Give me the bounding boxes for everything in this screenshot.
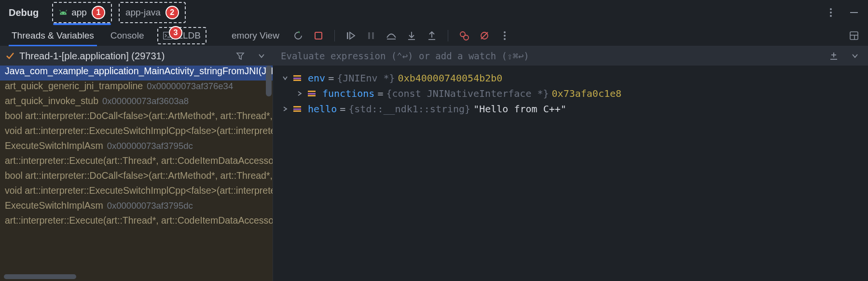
callout-badge-2: 2	[165, 6, 179, 19]
config-tab-app[interactable]: app 1	[52, 2, 112, 23]
svg-line-3	[66, 10, 67, 12]
struct-icon	[293, 106, 301, 112]
svg-rect-13	[372, 32, 374, 39]
dropdown-icon[interactable]	[256, 51, 267, 61]
variable-type: {JNIEnv *}	[337, 70, 395, 86]
android-icon	[59, 9, 68, 16]
variable-name: functions	[322, 86, 374, 101]
chevron-right-icon[interactable]	[296, 91, 303, 96]
sub-tab-lldb[interactable]: LLDB	[157, 27, 207, 44]
step-out-icon[interactable]	[427, 30, 437, 41]
step-over-icon[interactable]	[386, 30, 397, 41]
variable-name: env	[308, 70, 325, 86]
frame-row[interactable]: art_quick_generic_jni_trampoline0x000000…	[0, 80, 273, 95]
pause-icon	[366, 30, 376, 41]
variable-name: hello	[308, 101, 337, 117]
variable-value: 0x73afa0c1e8	[552, 86, 622, 101]
variable-row[interactable]: env = {JNIEnv *} 0xb40000740054b2b0	[282, 70, 859, 86]
overflow-icon[interactable]	[499, 30, 510, 41]
check-icon	[6, 52, 14, 60]
svg-point-0	[61, 13, 62, 14]
svg-point-20	[464, 35, 468, 40]
variables-tree[interactable]: env = {JNIEnv *} 0xb40000740054b2b0funct…	[273, 66, 868, 281]
watch-dropdown-icon[interactable]	[850, 51, 860, 61]
sub-tab-threads[interactable]: Threads & Variables	[9, 25, 97, 46]
struct-icon	[308, 91, 316, 96]
chevron-down-icon[interactable]	[282, 76, 289, 80]
variable-row[interactable]: hello = {std::__ndk1::string} "Hello fro…	[282, 101, 859, 117]
frame-row[interactable]: art_quick_invoke_stub0x00000073af3603a8	[0, 95, 273, 110]
sub-tab-console[interactable]: Console	[108, 25, 147, 46]
more-icon[interactable]	[826, 7, 836, 18]
svg-point-5	[830, 12, 832, 13]
svg-rect-12	[368, 32, 370, 39]
frame-row[interactable]: void art::interpreter::ExecuteSwitchImpl…	[0, 125, 273, 140]
variable-row[interactable]: functions = {const JNINativeInterface *}…	[282, 86, 859, 101]
svg-rect-7	[850, 12, 858, 13]
stop-icon[interactable]	[313, 30, 324, 41]
horizontal-scrollbar[interactable]	[4, 274, 76, 279]
layout-settings-icon[interactable]	[849, 30, 859, 41]
svg-point-25	[504, 38, 506, 40]
panel-title: Debug	[9, 7, 39, 18]
svg-point-24	[504, 35, 506, 37]
view-breakpoints-icon[interactable]	[459, 30, 469, 41]
frame-row[interactable]: bool art::interpreter::DoCall<false>(art…	[0, 170, 273, 185]
frame-row[interactable]: Java_com_example_application_MainActivit…	[0, 66, 273, 80]
callout-badge-3: 3	[169, 26, 182, 40]
frame-row[interactable]: ExecuteSwitchImplAsm0x00000073af3795dc	[0, 140, 273, 155]
thread-label: Thread-1-[ple.application] (29731)	[19, 51, 165, 62]
add-watch-icon[interactable]	[828, 51, 839, 61]
callout-badge-1: 1	[92, 6, 105, 19]
minimize-icon[interactable]	[849, 7, 859, 18]
variable-type: {const JNINativeInterface *}	[386, 86, 549, 101]
svg-point-23	[504, 31, 506, 33]
frame-row[interactable]: void art::interpreter::ExecuteSwitchImpl…	[0, 185, 273, 200]
svg-point-6	[830, 15, 832, 17]
thread-selector[interactable]: Thread-1-[ple.application] (29731)	[0, 46, 273, 66]
config-tab-label: app	[71, 7, 87, 18]
sub-tab-memory[interactable]: emory View	[229, 25, 282, 46]
watch-input[interactable]: Evaluate expression (⌃↩) or add a watch …	[281, 51, 820, 61]
variable-type: {std::__ndk1::string}	[348, 101, 470, 117]
frame-row[interactable]: art::interpreter::Execute(art::Thread*, …	[0, 215, 273, 230]
chevron-right-icon[interactable]	[282, 106, 289, 112]
resume-icon[interactable]	[345, 30, 356, 41]
svg-point-4	[830, 8, 832, 10]
frames-list[interactable]: Java_com_example_application_MainActivit…	[0, 66, 273, 281]
svg-rect-26	[850, 32, 858, 40]
svg-line-2	[60, 10, 61, 12]
variable-value: "Hello from C++"	[473, 101, 566, 117]
rerun-icon[interactable]	[293, 30, 303, 41]
struct-icon	[293, 75, 301, 81]
svg-rect-11	[347, 32, 348, 39]
frame-row[interactable]: bool art::interpreter::DoCall<false>(art…	[0, 110, 273, 125]
svg-point-1	[64, 13, 65, 14]
mute-breakpoints-icon[interactable]	[479, 30, 490, 41]
filter-icon[interactable]	[235, 51, 246, 61]
variable-value: 0xb40000740054b2b0	[398, 70, 503, 86]
frame-row[interactable]: art::interpreter::Execute(art::Thread*, …	[0, 155, 273, 170]
config-tab-app-java[interactable]: app-java 2	[119, 2, 186, 23]
svg-rect-10	[315, 32, 322, 39]
config-tab-label: app-java	[125, 7, 161, 18]
step-into-icon[interactable]	[406, 30, 417, 41]
vertical-scrollbar[interactable]	[266, 66, 272, 96]
frame-row[interactable]: ExecuteSwitchImplAsm0x00000073af3795dc	[0, 200, 273, 215]
